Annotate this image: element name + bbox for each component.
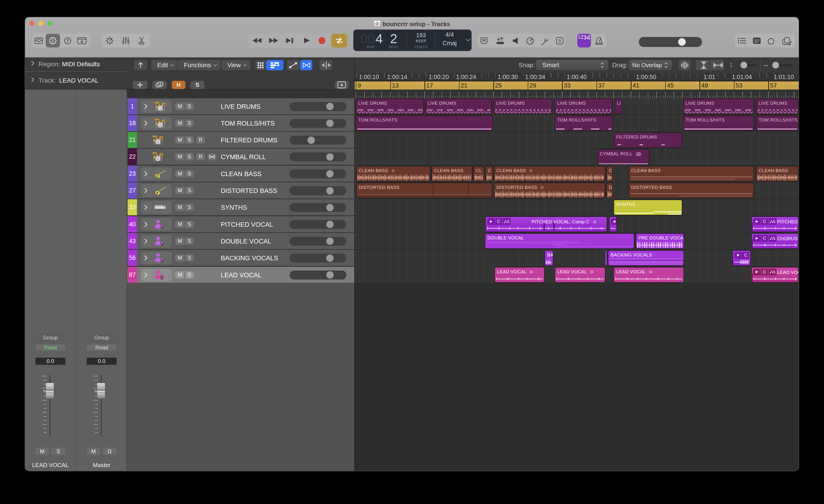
svg-text:?: ?: [66, 38, 69, 43]
svg-text:S: S: [558, 38, 561, 43]
